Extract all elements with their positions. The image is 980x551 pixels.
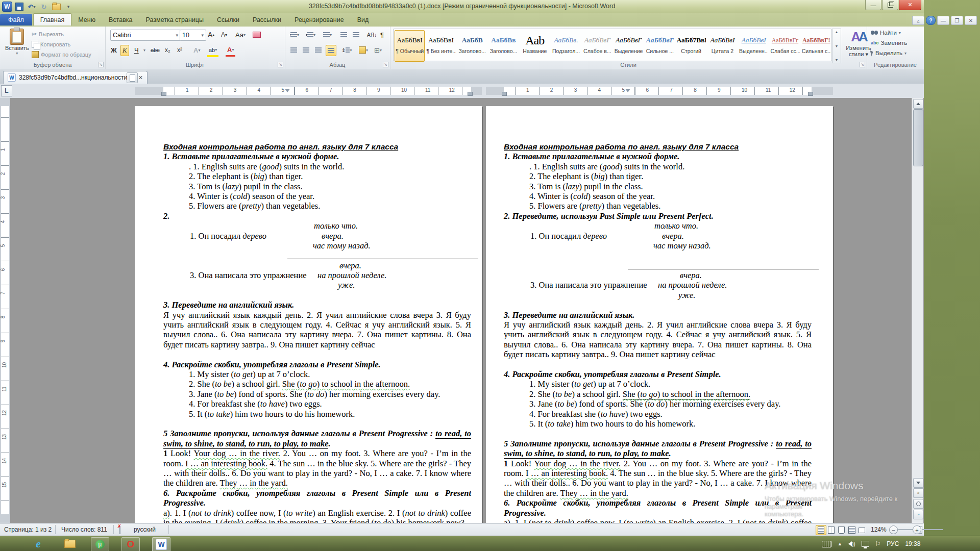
right-indent-marker[interactable] bbox=[808, 92, 813, 96]
doc-restore-icon[interactable]: ❐ bbox=[951, 16, 963, 25]
paste-button[interactable]: Вставить▾ bbox=[5, 29, 29, 56]
paragraph-dialog-launcher[interactable]: ↘ bbox=[383, 62, 388, 67]
clipboard-dialog-launcher[interactable]: ↘ bbox=[98, 62, 104, 67]
align-left-button[interactable] bbox=[289, 45, 299, 55]
style-item[interactable]: АаБбВвІЦитата 2 bbox=[707, 30, 738, 62]
style-item[interactable]: АаБбВвІ¶ Обычный bbox=[395, 30, 425, 62]
document-tab-close-icon[interactable]: ✕ bbox=[138, 74, 143, 81]
tab-insert[interactable]: Вставка bbox=[102, 14, 139, 26]
outline-view-button[interactable] bbox=[846, 525, 857, 535]
decrease-indent-button[interactable] bbox=[339, 30, 349, 40]
opera-icon[interactable]: O bbox=[121, 537, 140, 551]
language-indicator[interactable]: русский bbox=[134, 526, 156, 533]
touch-keyboard-icon[interactable] bbox=[822, 541, 831, 547]
utorrent-icon[interactable]: µ bbox=[91, 537, 109, 551]
style-item[interactable]: АаБбВвГСлабое в... bbox=[582, 30, 612, 62]
font-dialog-launcher[interactable]: ↘ bbox=[278, 62, 283, 67]
scroll-down-icon[interactable] bbox=[913, 478, 923, 488]
tab-mailings[interactable]: Рассылки bbox=[246, 14, 288, 26]
previous-page-icon[interactable]: « bbox=[913, 488, 923, 498]
horizontal-ruler-right-page[interactable]: 123456789101112 bbox=[486, 87, 833, 95]
fullscreen-reading-view-button[interactable] bbox=[826, 525, 837, 535]
first-line-indent-marker[interactable] bbox=[625, 89, 630, 92]
tab-file[interactable]: Файл bbox=[0, 14, 32, 26]
style-item[interactable]: АаБбВв.Подзагол... bbox=[551, 30, 581, 62]
subscript-button[interactable]: x₂ bbox=[163, 45, 172, 55]
select-button[interactable]: Выделить▾ bbox=[871, 50, 906, 56]
sort-button[interactable]: АЯ↓ bbox=[365, 30, 378, 40]
borders-button[interactable]: ⊞▾ bbox=[373, 45, 383, 55]
show-marks-button[interactable]: ¶ bbox=[379, 30, 385, 40]
font-color-button[interactable]: А▾ bbox=[226, 45, 235, 57]
align-right-button[interactable] bbox=[313, 45, 323, 55]
scrollbar-thumb[interactable] bbox=[913, 109, 923, 166]
volume-icon[interactable]: )) bbox=[848, 541, 855, 547]
styles-dialog-launcher[interactable]: ↘ bbox=[860, 62, 865, 67]
justify-button[interactable] bbox=[326, 45, 336, 56]
document-page-1[interactable]: Входная контрольная работа по англ. язык… bbox=[135, 106, 482, 523]
clock[interactable]: 19:38 bbox=[905, 540, 920, 547]
file-explorer-icon[interactable] bbox=[61, 537, 79, 550]
scroll-up-icon[interactable] bbox=[913, 99, 923, 109]
font-family-select[interactable]: Calibri▾ bbox=[110, 30, 181, 41]
page-indicator[interactable]: Страница: 1 из 2 bbox=[4, 526, 52, 533]
right-indent-marker[interactable] bbox=[468, 92, 473, 96]
document-page-2[interactable]: Входная контрольная работа по англ. язык… bbox=[486, 106, 833, 523]
format-painter-button[interactable]: Формат по образцу bbox=[32, 51, 91, 58]
align-center-button[interactable] bbox=[301, 45, 311, 55]
change-case-button[interactable]: Аа▾ bbox=[234, 30, 247, 40]
network-icon[interactable] bbox=[862, 541, 869, 547]
first-line-indent-marker[interactable] bbox=[285, 89, 290, 92]
help-icon[interactable]: ? bbox=[926, 16, 936, 25]
restore-button[interactable] bbox=[882, 0, 898, 10]
proofing-errors-icon[interactable] bbox=[119, 527, 120, 534]
text-effects-button[interactable]: А▾ bbox=[192, 45, 202, 55]
font-size-select[interactable]: 10▾ bbox=[180, 30, 206, 41]
doc-minimize-icon[interactable]: — bbox=[937, 16, 949, 25]
style-item[interactable]: АаБб7ВвГСтрогий bbox=[676, 30, 706, 62]
style-item[interactable]: АаБбВЗаголово... bbox=[457, 30, 487, 62]
shrink-font-button[interactable]: А▾ bbox=[219, 30, 229, 40]
style-item[interactable]: АаБбВвГВыделение bbox=[614, 30, 644, 62]
doc-close-icon[interactable]: ✕ bbox=[965, 16, 977, 25]
zoom-in-icon[interactable]: + bbox=[913, 525, 921, 534]
styles-gallery-scroll[interactable]: ▲▼▼ bbox=[832, 29, 841, 63]
vertical-scrollbar[interactable]: « « bbox=[912, 98, 923, 523]
tab-stop-selector[interactable]: L bbox=[1, 85, 12, 96]
line-spacing-button[interactable]: ⇕▾ bbox=[340, 45, 353, 55]
tab-view[interactable]: Вид bbox=[351, 14, 376, 26]
numbering-button[interactable]: ▾ bbox=[305, 30, 317, 40]
superscript-button[interactable]: x² bbox=[176, 45, 184, 55]
italic-button[interactable]: К bbox=[120, 45, 129, 56]
left-indent-marker[interactable] bbox=[502, 92, 507, 96]
zoom-level[interactable]: 124% bbox=[871, 526, 887, 533]
copy-button[interactable]: Копировать bbox=[32, 41, 70, 48]
shading-button[interactable]: ▾ bbox=[357, 45, 370, 55]
style-item[interactable]: АаБбВвЗаголово... bbox=[488, 30, 519, 62]
style-item[interactable]: АabНазвание bbox=[520, 30, 550, 62]
bold-button[interactable]: Ж bbox=[109, 45, 118, 55]
style-item[interactable]: АаБбВвІВыделенн... bbox=[739, 30, 769, 62]
input-language[interactable]: РУС bbox=[887, 540, 899, 547]
style-item[interactable]: АаБбВвІ¶ Без инте... bbox=[426, 30, 456, 62]
print-layout-view-button[interactable] bbox=[816, 525, 826, 535]
word-taskbar-icon[interactable]: W bbox=[152, 537, 170, 551]
bullets-button[interactable]: ▾ bbox=[289, 30, 301, 40]
strikethrough-button[interactable]: abc bbox=[149, 45, 161, 55]
clear-formatting-button[interactable] bbox=[251, 30, 262, 40]
vertical-ruler[interactable]: 123456789101112131415 bbox=[0, 98, 10, 523]
show-hidden-icons-arrow[interactable]: ▲ bbox=[838, 541, 842, 546]
tab-page-layout[interactable]: Разметка страницы bbox=[139, 14, 210, 26]
tab-home[interactable]: Главная bbox=[33, 13, 72, 26]
tab-references[interactable]: Ссылки bbox=[210, 14, 246, 26]
new-document-tab-button[interactable] bbox=[127, 72, 138, 83]
draft-view-button[interactable] bbox=[856, 525, 867, 535]
tab-review[interactable]: Рецензирование bbox=[288, 14, 351, 26]
select-browse-object-icon[interactable] bbox=[913, 499, 923, 509]
cut-button[interactable]: ✂Вырезать bbox=[32, 31, 64, 38]
next-page-icon[interactable]: « bbox=[913, 510, 923, 519]
left-indent-marker[interactable] bbox=[161, 92, 166, 96]
zoom-out-icon[interactable]: − bbox=[889, 525, 898, 534]
find-button[interactable]: Найти▾ bbox=[871, 30, 901, 36]
underline-options-icon[interactable]: ▾ bbox=[142, 45, 147, 55]
